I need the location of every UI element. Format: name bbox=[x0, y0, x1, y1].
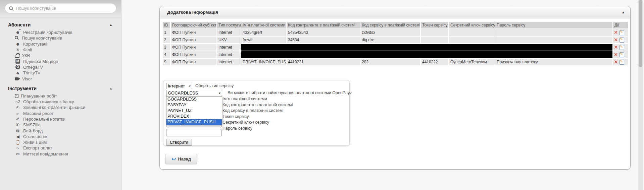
vertical-scrollbar[interactable] bbox=[638, 0, 643, 190]
omegatv-icon: Ω bbox=[15, 65, 20, 69]
dropdown-option[interactable]: PRIVAT_INVOICE_PUSH bbox=[166, 119, 222, 125]
edit-icon[interactable] bbox=[620, 52, 624, 57]
sidebar-item[interactable]: ✍Зовнішні контрагенти: фінанси bbox=[15, 105, 121, 110]
form-field-label: Пароль сервісу bbox=[222, 126, 252, 131]
trinitytv-icon: ♣ bbox=[15, 70, 21, 75]
section-header[interactable]: Інструменти▲ bbox=[0, 83, 121, 92]
delete-icon[interactable]: ✕ bbox=[614, 52, 618, 57]
service-password-input[interactable] bbox=[166, 129, 221, 136]
service-type-select[interactable]: Інтернет ▾ bbox=[166, 83, 192, 89]
sidebar: Абоненти▲☻Реєстрація користувачівПошук к… bbox=[0, 0, 121, 190]
scrollbar-thumb[interactable] bbox=[639, 0, 642, 67]
delete-icon[interactable]: ✕ bbox=[614, 37, 618, 43]
sidebar-item[interactable]: ✆SMSZilla bbox=[15, 122, 121, 128]
table-cell: PRIVAT_INVOICE_PUSH bbox=[241, 59, 286, 65]
table-cell: 3 bbox=[163, 44, 170, 51]
smszilla-icon: ✆ bbox=[15, 122, 21, 127]
search-users-box[interactable] bbox=[5, 3, 116, 13]
sidebar-item[interactable]: ◀Оголошення bbox=[15, 134, 121, 139]
actions-cell: ✕ bbox=[613, 37, 628, 43]
column-header: Ім`я платіжної системи bbox=[241, 22, 286, 28]
delete-icon[interactable]: ✕ bbox=[614, 29, 618, 35]
create-button[interactable]: Створити bbox=[166, 139, 192, 146]
sidebar-item[interactable]: Visor bbox=[15, 76, 121, 81]
panel-collapse-icon[interactable]: ▲ bbox=[622, 10, 625, 14]
sidebar-item[interactable]: ⊠Вайтборд bbox=[15, 128, 121, 133]
table-cell: Internet bbox=[217, 29, 241, 36]
dropdown-option[interactable]: EASYPAY bbox=[166, 102, 222, 108]
sidebar-item-label: Експорт оплат bbox=[23, 145, 52, 150]
table-cell: Призначення платежу bbox=[495, 59, 612, 65]
payment-system-value: GOCARDLESS bbox=[168, 90, 198, 96]
dropdown-option[interactable]: PAYNET_UZ bbox=[166, 108, 222, 114]
column-header: Код контрагента в платіжній системі bbox=[287, 22, 360, 28]
sidebar-item[interactable]: ✐Персональні нотатки bbox=[15, 116, 121, 122]
sidebar-item[interactable]: УКВ bbox=[15, 53, 121, 58]
announcements-icon: ◀ bbox=[15, 134, 21, 139]
sidebar-item[interactable]: ▹Масовий ресет bbox=[15, 111, 121, 116]
collapse-arrow-icon[interactable]: ▲ bbox=[109, 23, 112, 26]
table-cell bbox=[421, 29, 448, 36]
sidebar-item[interactable]: ⌚Живи з цим bbox=[15, 139, 121, 145]
personal-notes-icon: ✐ bbox=[15, 117, 21, 122]
sidebar-item[interactable]: ✳Філії bbox=[15, 47, 121, 53]
table-cell: 43354grerf bbox=[241, 29, 286, 36]
form-field-label: Код сервісу в платіжній системі bbox=[222, 108, 284, 113]
sidebar-item-label: Вайтборд bbox=[23, 128, 43, 133]
edit-icon[interactable] bbox=[620, 45, 624, 50]
edit-icon[interactable] bbox=[620, 30, 624, 35]
sidebar-item-label: Visor bbox=[22, 76, 32, 81]
table-row: 3ФОП ПупкинInternet✕ bbox=[163, 44, 628, 51]
sidebar-item-label: Оголошення bbox=[23, 134, 49, 139]
edit-icon[interactable] bbox=[620, 60, 624, 65]
column-header: Тип послуги bbox=[217, 22, 241, 28]
sidebar-item[interactable]: ▹Експорт оплат bbox=[15, 145, 121, 151]
delete-icon[interactable]: ✕ bbox=[614, 44, 618, 50]
table-cell: 202 bbox=[360, 59, 420, 65]
chevron-down-icon: ▾ bbox=[189, 84, 191, 88]
sidebar-item[interactable]: ✉Миттєві повідомлення bbox=[15, 151, 121, 157]
table-cell: zxfvdsx bbox=[360, 29, 420, 36]
table-cell: 4 bbox=[163, 51, 170, 58]
table-cell: UKV bbox=[217, 37, 241, 43]
payment-system-select[interactable]: GOCARDLESS ▾ bbox=[166, 90, 222, 96]
sidebar-item[interactable]: ΩOmegaTV bbox=[15, 64, 121, 70]
table-cell: frewfr bbox=[241, 37, 286, 43]
dropdown-option[interactable]: PROVIDEX bbox=[166, 114, 222, 119]
table-cell bbox=[449, 29, 495, 36]
sidebar-item[interactable]: ⌂2Обробка виписок з банку bbox=[15, 99, 121, 105]
delete-icon[interactable]: ✕ bbox=[614, 59, 618, 65]
column-header: Господарюючий суб`єкт bbox=[171, 22, 216, 28]
table-row: 9ФОП ПупкинInternetPRIVAT_INVOICE_PUSH44… bbox=[163, 59, 628, 65]
sidebar-item[interactable]: ♣TrinityTV bbox=[15, 70, 121, 76]
sidebar-item-label: SMSZilla bbox=[23, 122, 41, 127]
service-type-label: Оберіть тип сервісу bbox=[195, 83, 234, 88]
collapse-arrow-icon[interactable]: ▲ bbox=[109, 87, 112, 90]
dropdown-option[interactable]: GOCARDLESS bbox=[166, 97, 222, 102]
sidebar-item-label: Живи з цим bbox=[23, 140, 47, 145]
sidebar-item[interactable]: Пошук користувачів bbox=[15, 35, 121, 41]
actions-cell: ✕ bbox=[613, 29, 628, 36]
sidebar-item[interactable]: ☻Користувачі bbox=[15, 41, 121, 47]
sidebar-item[interactable]: ☻Реєстрація користувачів bbox=[15, 29, 121, 35]
table-cell: 4410221 bbox=[287, 59, 360, 65]
create-service-form: Інтернет ▾ Оберіть тип сервісу GOCARDLES… bbox=[163, 80, 350, 146]
search-input[interactable] bbox=[16, 6, 112, 11]
table-cell bbox=[495, 29, 612, 36]
section-header[interactable]: Абоненти▲ bbox=[0, 19, 121, 29]
redacted-cell bbox=[241, 44, 612, 51]
table-cell: ФОП Пупкин bbox=[171, 29, 216, 36]
sidebar-item-label: Зовнішні контрагенти: фінанси bbox=[23, 105, 85, 110]
sidebar-item[interactable]: ✓Планування робіт bbox=[15, 93, 121, 99]
section-title: Абоненти bbox=[8, 22, 31, 27]
tv-icon bbox=[15, 55, 19, 58]
table-cell: ФОП Пупкин bbox=[171, 59, 216, 65]
branches-icon: ✳ bbox=[15, 47, 21, 52]
back-arrow-icon: ↩ bbox=[171, 156, 176, 162]
redacted-cell bbox=[241, 51, 612, 58]
bank-statements-icon: ⌂2 bbox=[15, 99, 21, 104]
edit-icon[interactable] bbox=[620, 38, 624, 43]
sidebar-item[interactable]: MПідписки Megogo bbox=[15, 58, 121, 64]
payment-systems-table: IDГосподарюючий суб`єктТип послугиІм`я п… bbox=[162, 21, 629, 66]
back-button[interactable]: ↩ Назад bbox=[165, 154, 197, 164]
